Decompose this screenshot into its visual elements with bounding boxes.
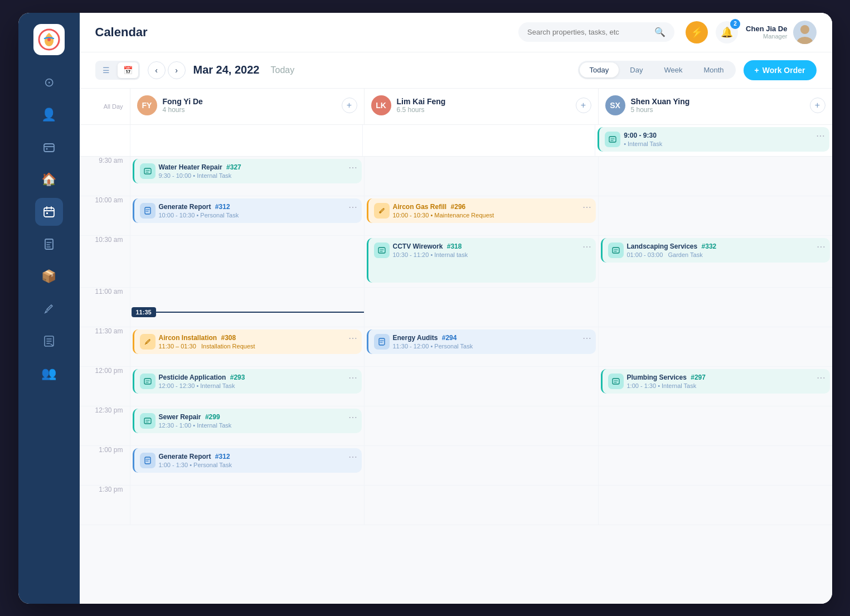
add-staff-0-btn[interactable]: + bbox=[342, 98, 357, 113]
svg-rect-20 bbox=[144, 418, 151, 424]
time-label-1030: 10:30 am bbox=[80, 231, 130, 283]
sidebar-item-billing[interactable] bbox=[35, 133, 63, 161]
event-title: Generate Report #312 bbox=[159, 203, 347, 211]
sidebar-item-documents[interactable] bbox=[35, 327, 63, 355]
svg-rect-17 bbox=[379, 338, 385, 345]
event-card-internal-task[interactable]: 9:00 - 9:30 • Internal Task ⋯ bbox=[598, 127, 829, 152]
sidebar-item-tools[interactable] bbox=[35, 295, 63, 323]
event-more-btn[interactable]: ⋯ bbox=[582, 333, 591, 343]
event-card-inner: Aircon Gas Refill #296 10:00 - 10:30 • M… bbox=[374, 203, 590, 219]
event-more-btn[interactable]: ⋯ bbox=[817, 372, 825, 383]
calendar-view-btn[interactable]: 📅 bbox=[118, 62, 138, 78]
task-name: Aircon Gas Refill bbox=[393, 203, 447, 211]
event-water-heater[interactable]: Water Heater Repair #327 9:30 - 10:00 • … bbox=[133, 159, 362, 183]
event-content: Pesticide Application #293 12:00 - 12:30… bbox=[159, 374, 356, 389]
all-day-row: All Day FY Fong Yi De 4 hours + bbox=[80, 89, 832, 125]
month-period-btn[interactable]: Month bbox=[693, 62, 734, 77]
event-pesticide[interactable]: Pesticide Application #293 12:00 - 12:30… bbox=[133, 369, 362, 394]
event-more-btn[interactable]: ⋯ bbox=[348, 333, 357, 343]
week-period-btn[interactable]: Week bbox=[654, 62, 692, 77]
staff-avatar-1: LK bbox=[371, 95, 391, 115]
cell-100-0: Generate Report #312 1:00 - 1:30 • Perso… bbox=[130, 446, 364, 485]
staff-col-2: SX Shen Xuan Ying 5 hours + bbox=[598, 89, 832, 124]
sidebar-item-reports-icon[interactable] bbox=[35, 230, 63, 258]
event-generate-report-2[interactable]: Generate Report #312 1:00 - 1:30 • Perso… bbox=[133, 448, 362, 473]
event-icon-task bbox=[608, 242, 624, 258]
event-landscaping[interactable]: Landscaping Services #332 01:00 - 03:00 … bbox=[601, 238, 830, 263]
time-label-1000: 10:00 am bbox=[80, 192, 130, 231]
event-title: Plumbing Services #297 bbox=[627, 374, 815, 381]
work-order-btn[interactable]: + Work Order bbox=[744, 60, 817, 80]
event-more-btn[interactable]: ⋯ bbox=[348, 202, 357, 212]
svg-rect-11 bbox=[144, 168, 151, 174]
event-more-btn[interactable]: ⋯ bbox=[816, 130, 825, 141]
event-more-btn[interactable]: ⋯ bbox=[817, 241, 825, 252]
event-icon-task bbox=[140, 413, 156, 429]
search-input[interactable] bbox=[527, 28, 650, 36]
task-name: 9:00 - 9:30 bbox=[624, 132, 657, 139]
event-more-btn[interactable]: ⋯ bbox=[582, 241, 591, 252]
event-title: Water Heater Repair #327 bbox=[159, 163, 347, 171]
staff-name-2: Shen Xuan Ying bbox=[631, 97, 690, 106]
task-num: #299 bbox=[203, 413, 220, 421]
event-aircon-install[interactable]: Aircon Installation #308 11:30 – 01:30 I… bbox=[133, 329, 362, 354]
event-sewer-repair[interactable]: Sewer Repair #299 12:30 - 1:00 • Interna… bbox=[133, 409, 362, 433]
cell-1230-0: Sewer Repair #299 12:30 - 1:00 • Interna… bbox=[130, 406, 364, 445]
event-more-btn[interactable]: ⋯ bbox=[348, 372, 357, 383]
day-period-btn[interactable]: Day bbox=[620, 62, 653, 77]
event-icon-doc bbox=[140, 453, 156, 468]
event-time: 12:00 - 12:30 • Internal Task bbox=[159, 382, 347, 389]
today-label: Today bbox=[270, 65, 294, 75]
add-staff-1-btn[interactable]: + bbox=[576, 98, 591, 113]
sidebar-item-team[interactable]: 👥 bbox=[35, 360, 63, 387]
staff-name-0: Fong Yi De bbox=[163, 97, 203, 106]
event-cctv[interactable]: CCTV Wirework #318 10:30 - 11:20 • Inter… bbox=[367, 238, 596, 283]
sidebar-item-properties[interactable]: 🏠 bbox=[35, 166, 63, 193]
event-time: 1:00 - 1:30 • Internal Task bbox=[627, 382, 815, 389]
add-staff-2-btn[interactable]: + bbox=[810, 98, 825, 113]
list-view-btn[interactable]: ☰ bbox=[97, 62, 115, 78]
task-num: #293 bbox=[228, 374, 245, 381]
cell-1100-0: 11:35 bbox=[130, 288, 364, 327]
prev-btn[interactable]: ‹ bbox=[148, 61, 166, 79]
time-row-130: 1:30 pm bbox=[80, 486, 832, 525]
event-card-inner: Pesticide Application #293 12:00 - 12:30… bbox=[140, 374, 356, 389]
header-actions: ⚡ 🔔 2 Chen Jia De Manager bbox=[686, 21, 816, 44]
event-more-btn[interactable]: ⋯ bbox=[348, 452, 357, 462]
event-card-inner: Aircon Installation #308 11:30 – 01:30 I… bbox=[140, 334, 356, 350]
today-period-btn[interactable]: Today bbox=[580, 62, 619, 77]
event-time: 01:00 - 03:00 Garden Task bbox=[627, 251, 815, 258]
event-more-btn[interactable]: ⋯ bbox=[582, 202, 591, 212]
task-num: #312 bbox=[213, 203, 230, 211]
logo[interactable] bbox=[33, 24, 65, 55]
event-title: Pesticide Application #293 bbox=[159, 374, 347, 381]
current-date: Mar 24, 2022 bbox=[193, 64, 260, 76]
task-name: Pesticide Application bbox=[159, 374, 226, 381]
next-btn[interactable]: › bbox=[168, 61, 186, 79]
lightning-btn[interactable]: ⚡ bbox=[686, 21, 708, 43]
event-icon-doc bbox=[374, 334, 390, 350]
event-plumbing[interactable]: Plumbing Services #297 1:00 - 1:30 • Int… bbox=[601, 369, 830, 394]
time-row-1200: 12:00 pm Pesticide Application bbox=[80, 367, 832, 406]
task-num: #296 bbox=[449, 203, 465, 211]
sidebar-item-contacts[interactable]: 👤 bbox=[35, 101, 63, 129]
event-aircon-gas[interactable]: Aircon Gas Refill #296 10:00 - 10:30 • M… bbox=[367, 198, 596, 223]
notifications-btn[interactable]: 🔔 2 bbox=[716, 21, 738, 43]
sidebar-item-calendar[interactable] bbox=[35, 198, 63, 226]
calendar-body[interactable]: All Day FY Fong Yi De 4 hours + bbox=[80, 89, 832, 604]
work-order-plus: + bbox=[755, 66, 759, 75]
sidebar-item-dashboard[interactable]: ⊙ bbox=[35, 69, 63, 96]
staff-header-2: SX Shen Xuan Ying 5 hours + bbox=[605, 95, 825, 115]
time-row-1230: 12:30 pm Sewer Repair #299 bbox=[80, 406, 832, 446]
event-title: 9:00 - 9:30 bbox=[624, 132, 815, 139]
notification-badge: 2 bbox=[730, 19, 740, 29]
event-more-btn[interactable]: ⋯ bbox=[348, 412, 357, 423]
event-more-btn[interactable]: ⋯ bbox=[348, 162, 357, 173]
svg-rect-10 bbox=[609, 137, 616, 142]
cell-130-1 bbox=[364, 486, 598, 525]
search-bar[interactable]: 🔍 bbox=[518, 22, 674, 42]
staff-hours-2: 5 hours bbox=[631, 106, 690, 114]
event-energy-audits[interactable]: Energy Audits #294 11:30 - 12:00 • Perso… bbox=[367, 329, 596, 354]
sidebar-item-inventory[interactable]: 📦 bbox=[35, 263, 63, 290]
event-generate-report-1[interactable]: Generate Report #312 10:00 - 10:30 • Per… bbox=[133, 198, 362, 223]
